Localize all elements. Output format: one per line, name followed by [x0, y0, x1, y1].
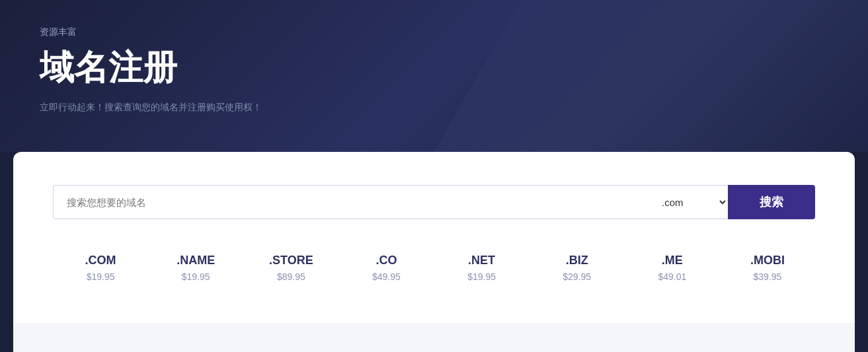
- tld-name: .COM: [85, 254, 116, 267]
- tld-item[interactable]: .ME$49.01: [625, 246, 720, 290]
- tld-name: .ME: [662, 254, 683, 267]
- search-button[interactable]: 搜索: [728, 185, 815, 219]
- bottom-section: [13, 323, 855, 352]
- hero-section: 资源丰富 域名注册 立即行动起来！搜索查询您的域名并注册购买使用权！: [0, 0, 868, 152]
- tld-name: .MOBI: [750, 254, 785, 267]
- tld-item[interactable]: .COM$19.95: [53, 246, 148, 290]
- tld-item[interactable]: .STORE$89.95: [243, 246, 338, 290]
- tld-name: .CO: [375, 254, 397, 267]
- tld-price: $49.01: [658, 271, 686, 282]
- tld-price: $39.95: [754, 271, 782, 282]
- tld-item[interactable]: .CO$49.95: [338, 246, 434, 290]
- hero-description: 立即行动起来！搜索查询您的域名并注册购买使用权！: [40, 102, 828, 114]
- tld-list: .COM$19.95.NAME$19.95.STORE$89.95.CO$49.…: [53, 246, 815, 290]
- search-row: .com .net .org .name .store .co .biz .me…: [53, 185, 815, 219]
- tld-price: $19.95: [87, 271, 115, 282]
- tld-price: $49.95: [372, 271, 401, 282]
- tld-name: .NAME: [177, 254, 215, 267]
- tld-select[interactable]: .com .net .org .name .store .co .biz .me…: [649, 185, 728, 219]
- tld-name: .BIZ: [566, 254, 588, 267]
- hero-title: 域名注册: [40, 45, 828, 91]
- tld-price: $29.95: [563, 271, 591, 282]
- tld-name: .NET: [468, 254, 495, 267]
- tld-item[interactable]: .MOBI$39.95: [720, 246, 815, 290]
- hero-subtitle: 资源丰富: [40, 26, 828, 38]
- tld-item[interactable]: .NET$19.95: [434, 246, 530, 290]
- tld-item[interactable]: .BIZ$29.95: [530, 246, 625, 290]
- search-input[interactable]: [53, 185, 649, 219]
- tld-price: $19.95: [182, 271, 210, 282]
- tld-item[interactable]: .NAME$19.95: [148, 246, 243, 290]
- tld-price: $89.95: [277, 271, 305, 282]
- tld-price: $19.95: [467, 271, 496, 282]
- tld-name: .STORE: [269, 254, 313, 267]
- search-card: .com .net .org .name .store .co .biz .me…: [13, 152, 855, 323]
